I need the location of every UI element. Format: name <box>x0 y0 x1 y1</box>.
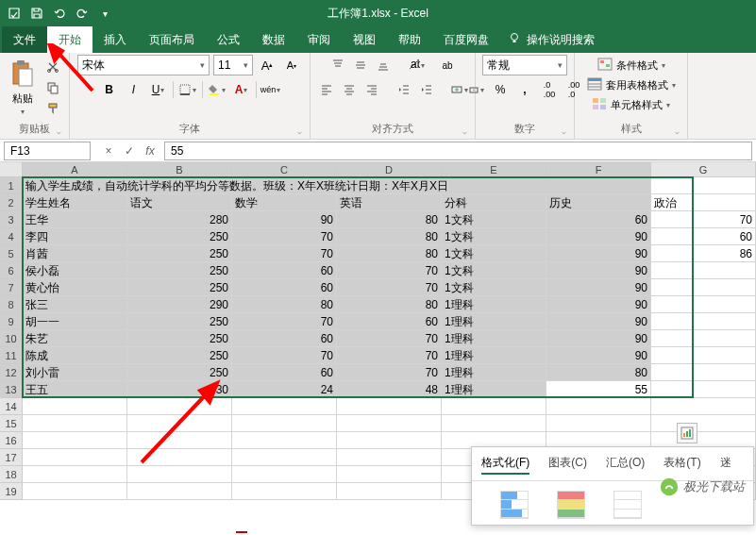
cell[interactable] <box>651 330 756 347</box>
qa-tab-table[interactable]: 表格(T) <box>664 453 700 475</box>
cell[interactable] <box>651 279 756 296</box>
cell[interactable]: 250 <box>127 347 232 364</box>
cell[interactable] <box>127 466 232 483</box>
align-top-icon[interactable] <box>328 55 348 75</box>
col-header[interactable]: G <box>651 162 756 177</box>
cell[interactable] <box>23 398 127 415</box>
save-icon[interactable] <box>26 3 47 24</box>
qa-option-databar[interactable] <box>500 491 529 519</box>
cell[interactable] <box>232 398 337 415</box>
redo-icon[interactable] <box>72 3 92 24</box>
row-header[interactable]: 4 <box>0 228 23 245</box>
tab-insert[interactable]: 插入 <box>92 26 138 53</box>
phonetic-button[interactable]: wén <box>260 79 281 100</box>
format-painter-icon[interactable] <box>43 99 62 118</box>
qa-tab-mini[interactable]: 迷 <box>720 453 731 475</box>
row-header[interactable]: 19 <box>0 483 23 500</box>
cell[interactable]: 250 <box>127 313 232 330</box>
cell[interactable]: 70 <box>337 279 442 296</box>
quick-analysis-button[interactable] <box>677 423 697 443</box>
cell[interactable]: 1理科 <box>442 330 546 347</box>
enter-formula-icon[interactable]: ✓ <box>119 142 140 160</box>
tab-view[interactable]: 视图 <box>342 26 387 53</box>
underline-button[interactable]: U <box>148 79 169 100</box>
cell[interactable]: 60 <box>546 211 651 228</box>
align-left-icon[interactable] <box>316 79 337 100</box>
cell[interactable] <box>232 415 337 432</box>
cell[interactable]: 张三 <box>23 296 127 313</box>
cell[interactable]: 数学 <box>232 194 337 211</box>
cell[interactable]: 语文 <box>127 194 232 211</box>
tab-home[interactable]: 开始 <box>47 26 92 53</box>
cell[interactable]: 90 <box>546 330 651 347</box>
cell[interactable] <box>337 483 442 500</box>
cell[interactable] <box>232 483 337 500</box>
fill-color-button[interactable] <box>207 79 227 100</box>
cell[interactable]: 70 <box>337 330 442 347</box>
cell[interactable] <box>442 415 546 432</box>
decrease-font-icon[interactable]: A▾ <box>281 55 302 75</box>
increase-font-icon[interactable]: A▴ <box>257 55 277 75</box>
cell[interactable] <box>232 432 337 449</box>
cell[interactable]: 70 <box>337 347 442 364</box>
cell[interactable]: 80 <box>337 228 442 245</box>
cell[interactable]: 80 <box>546 364 651 381</box>
col-header[interactable]: B <box>127 162 232 177</box>
cut-icon[interactable] <box>43 58 62 76</box>
fx-button[interactable]: fx <box>140 142 160 160</box>
align-right-icon[interactable] <box>361 79 382 100</box>
cell[interactable] <box>651 398 756 415</box>
row-header[interactable]: 10 <box>0 330 23 347</box>
name-box[interactable]: F13 <box>4 142 91 160</box>
cell[interactable]: 60 <box>337 313 442 330</box>
wrap-text-button[interactable]: ab <box>437 55 458 75</box>
cell[interactable]: 政治 <box>651 194 756 211</box>
border-button[interactable] <box>177 79 198 100</box>
row-header[interactable]: 1 <box>0 177 23 194</box>
cell[interactable]: 250 <box>127 364 232 381</box>
row-header[interactable]: 8 <box>0 296 23 313</box>
cell[interactable]: 1理科 <box>442 296 546 313</box>
qa-option-iconset[interactable] <box>613 491 642 519</box>
qa-option-colorscale[interactable] <box>557 491 585 519</box>
qa-tab-summary[interactable]: 汇总(O) <box>606 453 645 475</box>
cell[interactable]: 黄心怡 <box>23 279 127 296</box>
cell[interactable]: 80 <box>337 211 442 228</box>
row-header[interactable]: 6 <box>0 262 23 279</box>
cell[interactable]: 1文科 <box>442 262 546 279</box>
font-name-combo[interactable]: 宋体 <box>77 55 210 75</box>
cell[interactable]: 90 <box>546 347 651 364</box>
cell[interactable] <box>337 449 442 466</box>
cell[interactable]: 刘小雷 <box>23 364 127 381</box>
cell[interactable] <box>127 432 232 449</box>
tab-file[interactable]: 文件 <box>2 26 47 53</box>
cell[interactable] <box>127 483 232 500</box>
align-center-icon[interactable] <box>339 79 360 100</box>
cell[interactable] <box>546 398 651 415</box>
cell[interactable] <box>651 364 756 381</box>
cell[interactable]: 90 <box>546 296 651 313</box>
cell[interactable]: 70 <box>232 313 337 330</box>
cell[interactable]: 60 <box>651 228 756 245</box>
cell[interactable]: 90 <box>546 313 651 330</box>
cell[interactable]: 290 <box>127 296 232 313</box>
comma-button[interactable]: , <box>514 79 535 100</box>
cell[interactable]: 70 <box>232 347 337 364</box>
cell[interactable]: 英语 <box>337 194 442 211</box>
cell[interactable] <box>337 466 442 483</box>
cell[interactable] <box>127 415 232 432</box>
cell[interactable] <box>23 415 127 432</box>
row-header[interactable]: 17 <box>0 449 23 466</box>
cell[interactable]: 250 <box>127 228 232 245</box>
cell[interactable]: 1文科 <box>442 228 546 245</box>
paste-button[interactable]: 粘贴 ▾ <box>6 58 40 118</box>
row-header[interactable]: 11 <box>0 347 23 364</box>
format-table-button[interactable]: 套用表格格式▾ <box>583 76 680 94</box>
font-size-combo[interactable]: 11 <box>213 55 253 75</box>
align-bottom-icon[interactable] <box>373 55 394 75</box>
qat-customize-icon[interactable]: ▾ <box>94 3 115 24</box>
cell[interactable] <box>651 415 756 432</box>
row-header[interactable]: 13 <box>0 381 23 398</box>
increase-decimal-icon[interactable]: .0.00 <box>539 79 560 100</box>
cell[interactable] <box>651 381 756 398</box>
